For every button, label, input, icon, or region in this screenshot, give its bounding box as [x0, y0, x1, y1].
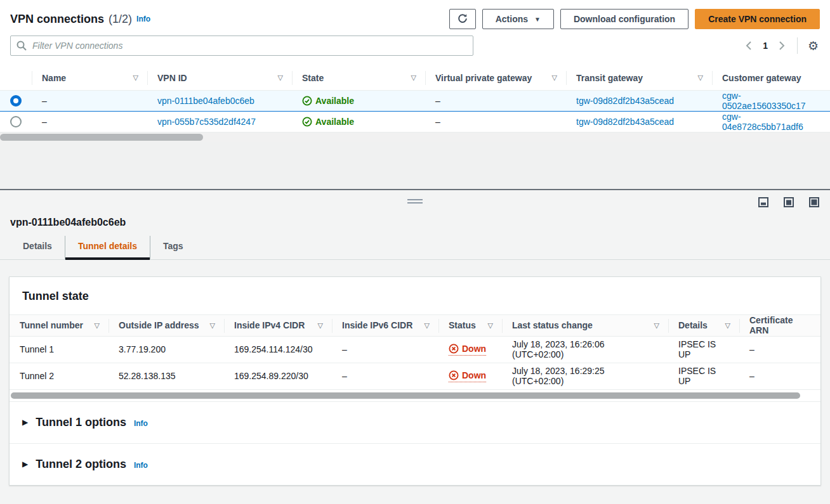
split-panel-controls — [0, 190, 830, 216]
customer-gateway-link[interactable]: cgw-0502ae15603350c17 — [722, 91, 806, 111]
vpn-id-link[interactable]: vpn-0111be04afeb0c6eb — [157, 96, 254, 106]
next-page-button[interactable] — [775, 38, 788, 53]
pagination-divider — [797, 37, 798, 54]
column-header-name[interactable]: Name▽ — [32, 66, 147, 90]
preferences-gear-icon[interactable]: ⚙ — [807, 39, 820, 53]
info-link[interactable]: Info — [136, 15, 150, 23]
previous-page-button[interactable] — [742, 38, 755, 53]
sort-icon[interactable]: ▽ — [133, 74, 138, 82]
tab-tunnel-details[interactable]: Tunnel details — [65, 236, 150, 259]
cell-virtual-private-gateway: – — [425, 111, 566, 132]
vpn-connections-section: VPN connections (1/2) Info Actions ▼ Dow… — [0, 0, 830, 142]
column-header-inside-ipv6[interactable]: Inside IPv6 CIDR▽ — [332, 314, 438, 336]
current-page-number[interactable]: 1 — [763, 41, 768, 51]
download-configuration-button[interactable]: Download configuration — [560, 9, 688, 29]
sort-icon[interactable]: ▽ — [552, 74, 557, 82]
check-circle-icon — [302, 117, 312, 127]
tunnel-state-card: Tunnel state Tunnel number▽ Outside IP a… — [9, 276, 821, 486]
chevron-left-icon — [745, 41, 753, 51]
sort-icon[interactable]: ▽ — [411, 74, 416, 82]
tunnel-2-options-section[interactable]: ▶ Tunnel 2 options Info — [10, 443, 820, 485]
column-header-virtual-private-gateway[interactable]: Virtual private gateway▽ — [425, 66, 566, 90]
content-background — [0, 142, 830, 189]
panel-size-small-icon[interactable] — [758, 197, 769, 208]
sort-icon[interactable]: ▽ — [488, 321, 493, 330]
column-header-vpn-id[interactable]: VPN ID▽ — [147, 66, 292, 90]
horizontal-scrollbar — [10, 391, 820, 400]
column-header-inside-ipv4[interactable]: Inside IPv4 CIDR▽ — [224, 314, 332, 336]
status-down-badge[interactable]: Down — [449, 344, 486, 356]
tunnel-state-title: Tunnel state — [10, 277, 820, 314]
cell-name: – — [32, 90, 147, 111]
cell-details: IPSEC IS UP — [668, 336, 739, 363]
sort-icon[interactable]: ▽ — [210, 321, 215, 330]
row-radio-selected[interactable] — [10, 95, 22, 107]
sort-icon[interactable]: ▽ — [278, 74, 283, 82]
split-panel: vpn-0111be04afeb0c6eb Details Tunnel det… — [0, 190, 830, 504]
connections-header-row: Name▽ VPN ID▽ State▽ Virtual private gat… — [0, 66, 830, 90]
tab-details[interactable]: Details — [10, 236, 65, 259]
info-link[interactable]: Info — [134, 461, 148, 470]
scrollbar-thumb[interactable] — [0, 134, 203, 141]
sort-icon[interactable]: ▽ — [425, 321, 430, 330]
page-header: VPN connections (1/2) Info Actions ▼ Dow… — [0, 0, 830, 29]
pagination: 1 ⚙ — [742, 37, 820, 54]
vpn-id-link[interactable]: vpn-055b7c535d2df4247 — [157, 117, 256, 127]
search-icon — [16, 40, 27, 53]
cell-virtual-private-gateway: – — [425, 90, 566, 111]
sort-icon[interactable]: ▽ — [698, 74, 703, 82]
panel-size-large-icon[interactable] — [808, 197, 820, 208]
tunnel-row: Tunnel 2 52.28.138.135 169.254.89.220/30… — [10, 363, 820, 389]
tunnel-1-options-section[interactable]: ▶ Tunnel 1 options Info — [10, 401, 820, 443]
cell-certificate-arn: – — [739, 363, 820, 389]
actions-button-label: Actions — [496, 14, 528, 24]
table-row[interactable]: – vpn-0111be04afeb0c6eb Available – tgw-… — [0, 90, 830, 111]
cell-last-status-change: July 18, 2023, 16:26:06 (UTC+02:00) — [502, 336, 668, 363]
column-header-status[interactable]: Status▽ — [438, 314, 502, 336]
panel-size-medium-icon[interactable] — [783, 197, 794, 208]
sort-icon[interactable]: ▽ — [725, 321, 730, 330]
radio-column-header — [0, 66, 32, 90]
transit-gateway-link[interactable]: tgw-09d82df2b43a5cead — [576, 117, 674, 127]
section-label: Tunnel 2 options — [36, 458, 126, 471]
info-link[interactable]: Info — [134, 419, 148, 428]
row-radio-unselected[interactable] — [10, 116, 22, 127]
customer-gateway-link[interactable]: cgw-04e8728c5bb71adf6 — [722, 112, 803, 132]
actions-button[interactable]: Actions ▼ — [482, 9, 554, 29]
header-actions: Actions ▼ Download configuration Create … — [449, 9, 820, 29]
horizontal-scrollbar — [0, 132, 830, 142]
column-header-customer-gateway[interactable]: Customer gateway — [712, 66, 830, 90]
sort-icon[interactable]: ▽ — [654, 321, 659, 330]
chevron-right-icon — [778, 41, 786, 51]
transit-gateway-link[interactable]: tgw-09d82df2b43a5cead — [576, 96, 674, 106]
sort-icon[interactable]: ▽ — [95, 321, 100, 330]
search-box — [10, 36, 473, 56]
table-row[interactable]: – vpn-055b7c535d2df4247 Available – tgw-… — [0, 111, 830, 132]
filter-vpn-connections-input[interactable] — [10, 36, 473, 56]
column-header-state[interactable]: State▽ — [292, 66, 425, 90]
cell-inside-ipv4: 169.254.89.220/30 — [224, 363, 332, 389]
column-header-transit-gateway[interactable]: Transit gateway▽ — [566, 66, 712, 90]
x-circle-icon — [449, 344, 459, 354]
panel-drag-handle-icon[interactable] — [407, 199, 423, 204]
column-header-certificate-arn[interactable]: Certificate ARN — [739, 314, 820, 336]
expand-right-icon: ▶ — [22, 418, 28, 427]
state-available-badge: Available — [302, 96, 354, 106]
status-down-badge[interactable]: Down — [449, 370, 486, 382]
column-header-last-status-change[interactable]: Last status change▽ — [502, 314, 668, 336]
tunnel-row: Tunnel 1 3.77.19.200 169.254.114.124/30 … — [10, 336, 820, 363]
cell-inside-ipv4: 169.254.114.124/30 — [224, 336, 332, 363]
sort-icon[interactable]: ▽ — [318, 321, 323, 330]
vpn-connections-table: Name▽ VPN ID▽ State▽ Virtual private gat… — [0, 66, 830, 132]
caret-down-icon: ▼ — [534, 16, 541, 23]
column-header-outside-ip[interactable]: Outside IP address▽ — [109, 314, 224, 336]
create-vpn-connection-button[interactable]: Create VPN connection — [695, 9, 820, 29]
tab-tags[interactable]: Tags — [150, 236, 196, 259]
section-label: Tunnel 1 options — [36, 416, 126, 429]
cell-inside-ipv6: – — [332, 336, 438, 363]
selection-count: (1/2) — [109, 13, 132, 26]
scrollbar-thumb[interactable] — [11, 392, 800, 399]
refresh-button[interactable] — [449, 9, 476, 29]
column-header-tunnel-number[interactable]: Tunnel number▽ — [10, 314, 109, 336]
column-header-details[interactable]: Details▽ — [668, 314, 739, 336]
